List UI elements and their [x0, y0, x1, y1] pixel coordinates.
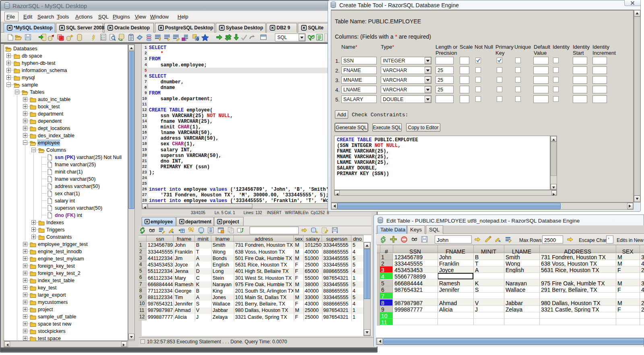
svg-text:0: 0	[196, 37, 199, 41]
